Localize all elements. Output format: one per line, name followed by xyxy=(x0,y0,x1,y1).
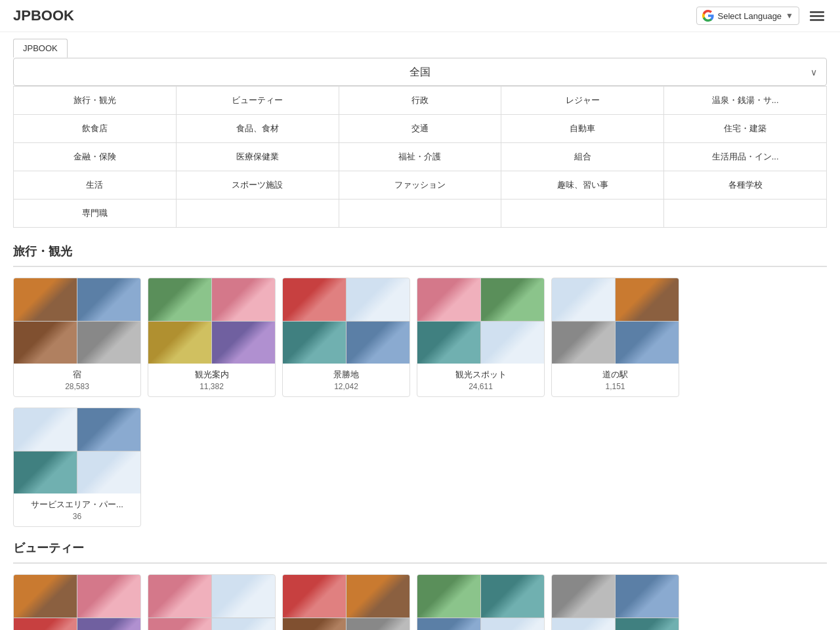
cat-fashion[interactable]: ファッション xyxy=(339,171,502,199)
card-keishochi-info: 景勝地 12,042 xyxy=(283,364,410,396)
thumb-cell xyxy=(77,618,140,631)
card-kankoannai[interactable]: 観光案内 11,382 xyxy=(148,278,276,397)
tab-jpbook[interactable]: JPBOOK xyxy=(13,39,68,58)
card-michinoeki[interactable]: 道の駅 1,151 xyxy=(551,278,679,397)
card-michinoeki-title: 道の駅 xyxy=(557,369,673,381)
google-icon xyxy=(702,10,714,22)
thumb-cell xyxy=(616,322,679,364)
section-beauty: ビューティー xyxy=(13,540,827,630)
travel-card-grid-2: サービスエリア・パー... 36 xyxy=(13,408,827,527)
cat-sports[interactable]: スポーツ施設 xyxy=(177,171,339,199)
cat-leisure[interactable]: レジャー xyxy=(501,87,664,114)
cat-auto[interactable]: 自動車 xyxy=(501,115,664,142)
thumb-cell xyxy=(283,322,346,364)
cat-medical[interactable]: 医療保健業 xyxy=(177,143,339,171)
thumb-cell xyxy=(14,618,77,631)
thumb-cell xyxy=(283,278,346,321)
beauty-card-5-thumbnail xyxy=(552,575,679,630)
region-select[interactable]: 全国 北海道 東北 関東 中部 近畿 中国 四国 九州・沖縄 xyxy=(14,58,826,85)
thumb-cell xyxy=(417,575,480,618)
list-bar-2 xyxy=(810,15,824,17)
card-servicearea[interactable]: サービスエリア・パー... 36 xyxy=(13,408,141,527)
card-kankospoto[interactable]: 観光スポット 24,611 xyxy=(417,278,545,397)
category-row-3: 金融・保険 医療保健業 福祉・介護 組合 生活用品・イン... xyxy=(14,143,826,171)
main-content: 全国 北海道 東北 関東 中部 近畿 中国 四国 九州・沖縄 ∨ 旅行・観光 ビ… xyxy=(0,58,840,630)
thumb-cell xyxy=(552,575,615,618)
beauty-card-5[interactable] xyxy=(551,574,679,630)
cat-beauty[interactable]: ビューティー xyxy=(177,87,339,114)
thumb-cell xyxy=(77,575,140,618)
card-yado-info: 宿 28,583 xyxy=(14,364,140,396)
thumb-cell xyxy=(77,408,140,451)
section-travel: 旅行・観光 宿 28,583 xyxy=(13,243,827,527)
card-servicearea-count: 36 xyxy=(19,512,135,521)
section-beauty-title: ビューティー xyxy=(13,540,827,556)
thumb-cell xyxy=(417,278,480,321)
thumb-cell xyxy=(148,278,211,321)
cat-food[interactable]: 食品、食材 xyxy=(177,115,339,142)
thumb-cell xyxy=(14,278,77,321)
card-kankoannai-count: 11,382 xyxy=(154,382,270,391)
thumb-cell xyxy=(346,278,410,321)
cat-restaurant[interactable]: 飲食店 xyxy=(14,115,177,142)
thumb-cell xyxy=(148,575,211,618)
thumb-cell xyxy=(481,278,544,321)
thumb-cell xyxy=(481,618,544,631)
card-michinoeki-count: 1,151 xyxy=(557,382,673,391)
beauty-card-2-thumbnail xyxy=(148,575,275,630)
card-servicearea-thumbnail xyxy=(14,408,140,494)
cat-hobby[interactable]: 趣味、習い事 xyxy=(501,171,664,199)
card-keishochi-title: 景勝地 xyxy=(288,369,404,381)
thumb-cell xyxy=(283,618,346,631)
beauty-card-3[interactable] xyxy=(282,574,410,630)
card-keishochi[interactable]: 景勝地 12,042 xyxy=(282,278,410,397)
thumb-cell xyxy=(417,618,480,631)
language-selector[interactable]: Select Language ▼ xyxy=(696,7,799,25)
cat-empty-2 xyxy=(339,200,502,227)
thumb-cell xyxy=(616,575,679,618)
category-row-4: 生活 スポーツ施設 ファッション 趣味、習い事 各種学校 xyxy=(14,171,826,200)
card-yado[interactable]: 宿 28,583 xyxy=(13,278,141,397)
cat-school[interactable]: 各種学校 xyxy=(664,171,826,199)
cat-specialist[interactable]: 専門職 xyxy=(14,200,177,227)
thumb-cell xyxy=(417,322,480,364)
card-keishochi-count: 12,042 xyxy=(288,382,404,391)
thumb-cell xyxy=(212,322,275,364)
beauty-card-1[interactable] xyxy=(13,574,141,630)
thumb-cell xyxy=(77,278,140,321)
beauty-card-1-thumbnail xyxy=(14,575,140,630)
card-michinoeki-thumbnail xyxy=(552,278,679,364)
thumb-cell xyxy=(148,322,211,364)
cat-onsen[interactable]: 温泉・銭湯・サ... xyxy=(664,87,826,114)
cat-admin[interactable]: 行政 xyxy=(339,87,502,114)
category-grid: 旅行・観光 ビューティー 行政 レジャー 温泉・銭湯・サ... 飲食店 食品、食… xyxy=(13,86,827,228)
cat-daily[interactable]: 生活用品・イン... xyxy=(664,143,826,171)
header-right: Select Language ▼ xyxy=(696,7,827,25)
card-kankospoto-thumbnail xyxy=(417,278,544,364)
language-arrow-icon: ▼ xyxy=(786,11,793,20)
cat-life[interactable]: 生活 xyxy=(14,171,177,199)
thumb-cell xyxy=(14,322,77,364)
cat-housing[interactable]: 住宅・建築 xyxy=(664,115,826,142)
site-logo[interactable]: JPBOOK xyxy=(13,7,74,24)
section-beauty-divider xyxy=(13,562,827,564)
cat-finance[interactable]: 金融・保険 xyxy=(14,143,177,171)
travel-card-grid: 宿 28,583 観光案内 11,382 xyxy=(13,278,827,397)
thumb-cell xyxy=(212,575,275,618)
cat-transport[interactable]: 交通 xyxy=(339,115,502,142)
card-kankospoto-count: 24,611 xyxy=(423,382,539,391)
cat-welfare[interactable]: 福祉・介護 xyxy=(339,143,502,171)
beauty-card-3-thumbnail xyxy=(283,575,410,630)
thumb-cell xyxy=(14,408,77,451)
thumb-cell xyxy=(148,618,211,631)
card-kankospoto-title: 観光スポット xyxy=(423,369,539,381)
card-yado-count: 28,583 xyxy=(19,382,135,391)
beauty-card-grid xyxy=(13,574,827,630)
beauty-card-4[interactable] xyxy=(417,574,545,630)
list-view-icon[interactable] xyxy=(807,9,827,24)
beauty-card-2[interactable] xyxy=(148,574,276,630)
cat-union[interactable]: 組合 xyxy=(501,143,664,171)
list-bar-1 xyxy=(810,11,824,13)
cat-travel[interactable]: 旅行・観光 xyxy=(14,87,177,114)
thumb-cell xyxy=(346,618,410,631)
